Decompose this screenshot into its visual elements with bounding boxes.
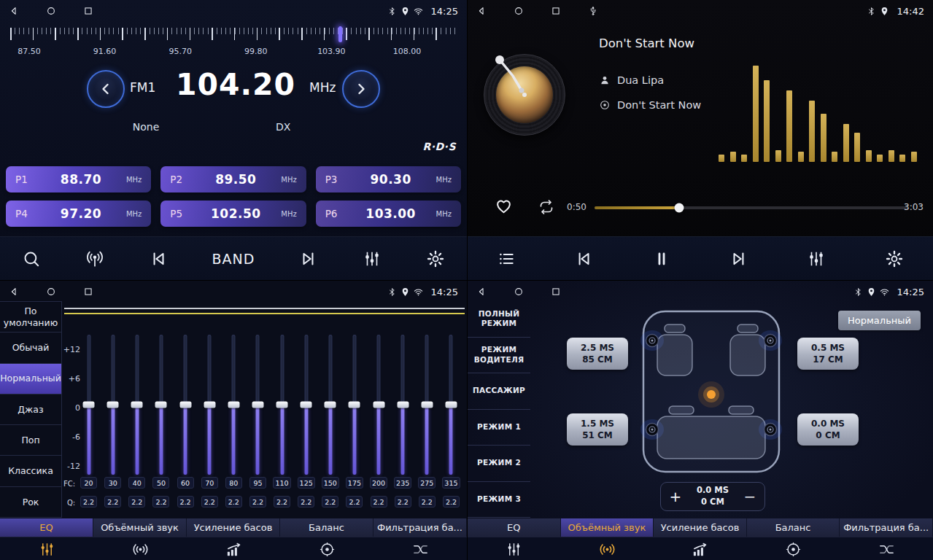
eq-band-slider[interactable]	[342, 335, 366, 475]
home-button[interactable]	[46, 287, 56, 297]
eq-preset-item[interactable]: Джаз	[0, 394, 61, 425]
bass-boost-icon[interactable]	[187, 537, 280, 560]
filter-icon[interactable]	[840, 537, 933, 560]
eq-band-slider[interactable]	[101, 335, 125, 475]
seek-handle[interactable]	[675, 203, 684, 213]
eq-slider-thumb[interactable]	[421, 402, 433, 408]
eq-band-slider[interactable]	[222, 335, 246, 475]
eq-slider-thumb[interactable]	[252, 402, 263, 408]
tab-bass-boost[interactable]: Усиление басов	[187, 518, 280, 537]
eq-band-slider[interactable]	[149, 335, 173, 475]
repeat-button[interactable]	[538, 198, 555, 216]
balance-icon[interactable]	[747, 537, 840, 560]
tab-bass-boost[interactable]: Усиление басов	[654, 518, 747, 537]
home-button[interactable]	[514, 6, 524, 16]
sound-field-mode-item[interactable]: ПАССАЖИР	[468, 373, 530, 410]
sound-field-mode-item[interactable]: РЕЖИМ 2	[468, 446, 530, 482]
equalizer-button[interactable]	[363, 249, 382, 268]
pause-button[interactable]	[652, 249, 671, 268]
radio-preset-p5[interactable]: P5102.50MHz	[160, 201, 306, 227]
surround-icon[interactable]	[561, 537, 654, 560]
stations-button[interactable]	[85, 249, 104, 268]
eq-band-slider[interactable]	[318, 335, 342, 475]
radio-preset-p6[interactable]: P6103.00MHz	[316, 201, 461, 227]
eq-band-slider[interactable]	[391, 335, 415, 475]
tab-eq[interactable]: EQ	[0, 518, 93, 537]
eq-band-slider[interactable]	[174, 335, 198, 475]
filter-icon[interactable]	[373, 537, 467, 560]
eq-slider-thumb[interactable]	[325, 402, 336, 408]
rear-left-delay-button[interactable]: 1.5 MS 51 CM	[567, 413, 628, 446]
playlist-button[interactable]	[497, 249, 516, 268]
front-right-delay-button[interactable]: 0.5 MS 17 CM	[797, 338, 859, 370]
bass-boost-icon[interactable]	[654, 537, 747, 560]
eq-preset-item[interactable]: Рок	[0, 487, 61, 518]
eq-slider-thumb[interactable]	[155, 402, 167, 408]
settings-button[interactable]	[426, 249, 445, 268]
recents-button[interactable]	[551, 6, 561, 16]
eq-band-slider[interactable]	[415, 335, 439, 475]
eq-band-slider[interactable]	[367, 335, 391, 475]
tab-surround[interactable]: Объёмный звук	[93, 518, 187, 537]
home-button[interactable]	[514, 287, 524, 297]
eq-slider-thumb[interactable]	[107, 402, 119, 408]
eq-preset-item[interactable]: Классика	[0, 456, 61, 486]
tab-balance[interactable]: Баланс	[747, 518, 840, 537]
recents-button[interactable]	[83, 287, 93, 297]
tab-surround[interactable]: Объёмный звук	[561, 518, 654, 537]
home-button[interactable]	[46, 6, 56, 16]
tune-up-button[interactable]	[342, 70, 380, 108]
tab-filter[interactable]: Фильтрация ба...	[373, 518, 467, 537]
eq-slider-thumb[interactable]	[301, 402, 312, 408]
settings-button[interactable]	[885, 249, 904, 268]
eq-slider-thumb[interactable]	[83, 402, 95, 408]
eq-slider-thumb[interactable]	[228, 402, 239, 408]
sound-field-mode-item[interactable]: ПОЛНЫЙ РЕЖИМ	[468, 301, 530, 338]
surround-icon[interactable]	[93, 537, 187, 560]
back-button[interactable]	[9, 287, 19, 297]
favorite-button[interactable]	[494, 196, 514, 216]
eq-preset-item[interactable]: Поп	[0, 425, 61, 456]
next-station-button[interactable]	[299, 249, 318, 268]
eq-band-slider[interactable]	[125, 335, 149, 475]
eq-band-slider[interactable]	[439, 335, 463, 475]
eq-preset-item[interactable]: Нормальный	[0, 364, 61, 394]
eq-band-slider[interactable]	[198, 335, 222, 475]
eq-sliders-icon[interactable]	[0, 537, 93, 560]
radio-preset-p4[interactable]: P497.20MHz	[6, 201, 151, 227]
next-track-button[interactable]	[729, 249, 748, 268]
increase-delay-button[interactable]: +	[661, 488, 690, 505]
sound-field-mode-item[interactable]: РЕЖИМ 3	[468, 482, 530, 518]
eq-slider-thumb[interactable]	[373, 402, 384, 408]
album-art[interactable]	[484, 54, 565, 136]
back-button[interactable]	[476, 287, 487, 297]
eq-slider-thumb[interactable]	[445, 402, 457, 408]
scan-button[interactable]	[22, 249, 41, 268]
eq-slider-thumb[interactable]	[179, 402, 191, 408]
decrease-delay-button[interactable]: −	[735, 488, 764, 505]
tab-balance[interactable]: Баланс	[280, 518, 373, 537]
balance-icon[interactable]	[280, 537, 373, 560]
front-left-delay-button[interactable]: 2.5 MS 85 CM	[567, 338, 628, 370]
previous-track-button[interactable]	[574, 249, 593, 268]
eq-slider-thumb[interactable]	[349, 402, 360, 408]
radio-preset-p2[interactable]: P289.50MHz	[160, 166, 306, 192]
eq-band-slider[interactable]	[246, 335, 270, 475]
recents-button[interactable]	[83, 6, 93, 16]
tune-down-button[interactable]	[87, 70, 125, 108]
tab-eq[interactable]: EQ	[468, 518, 561, 537]
equalizer-button[interactable]	[807, 249, 826, 268]
eq-slider-thumb[interactable]	[204, 402, 215, 408]
eq-band-slider[interactable]	[270, 335, 294, 475]
eq-sliders-icon[interactable]	[468, 537, 561, 560]
eq-preset-item[interactable]: Обычай	[0, 332, 61, 363]
previous-station-button[interactable]	[149, 249, 168, 268]
sound-preset-button[interactable]: Нормальный	[838, 311, 921, 330]
eq-preset-item[interactable]: По умолчанию	[0, 302, 61, 332]
sound-field-mode-item[interactable]: РЕЖИМ 1	[468, 410, 530, 446]
eq-slider-thumb[interactable]	[131, 402, 143, 408]
radio-preset-p3[interactable]: P390.30MHz	[316, 166, 461, 192]
seek-bar[interactable]	[595, 206, 908, 209]
back-button[interactable]	[9, 6, 19, 16]
rear-right-delay-button[interactable]: 0.0 MS 0 CM	[797, 413, 859, 446]
